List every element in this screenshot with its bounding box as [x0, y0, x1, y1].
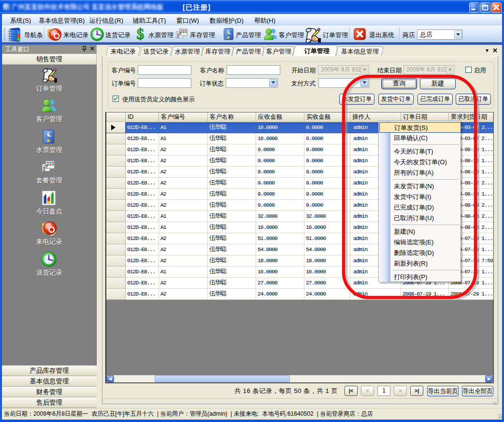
svg-text:$: $: [137, 27, 144, 42]
